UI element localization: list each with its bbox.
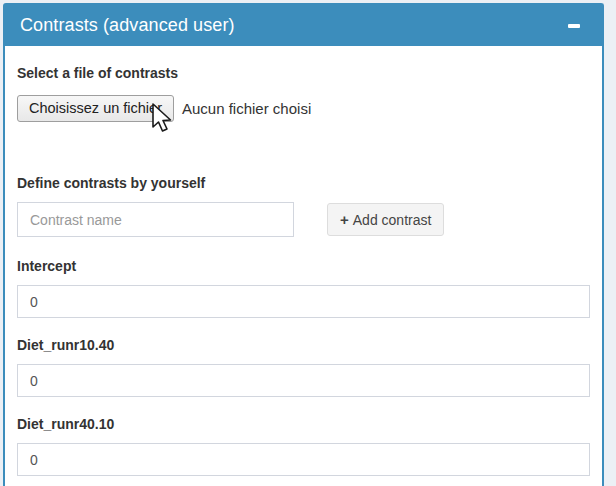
contrast-field-label: Diet_runr40.10: [17, 416, 590, 433]
contrast-field-label: Intercept: [17, 258, 590, 275]
contrast-field-label: Diet_runr10.40: [17, 337, 590, 354]
file-status-text: Aucun fichier choisi: [182, 100, 311, 117]
add-contrast-button[interactable]: + Add contrast: [327, 203, 444, 236]
define-contrasts-group: Define contrasts by yourself + Add contr…: [17, 175, 590, 237]
contrast-value-input-diet-runr10-40[interactable]: [17, 364, 590, 397]
minus-icon: [568, 24, 580, 28]
contrast-field-intercept: Intercept: [17, 258, 590, 318]
contrast-field-diet-runr40-10: Diet_runr40.10: [17, 416, 590, 476]
contrast-value-input-intercept[interactable]: [17, 285, 590, 318]
define-contrasts-row: + Add contrast: [17, 202, 590, 237]
choose-file-button[interactable]: Choisissez un fichier: [17, 95, 174, 122]
contrasts-panel: Contrasts (advanced user) Select a file …: [3, 3, 604, 486]
contrast-value-input-diet-runr40-10[interactable]: [17, 443, 590, 476]
file-input-row: Choisissez un fichier Aucun fichier choi…: [17, 95, 590, 122]
file-input-group: Select a file of contrasts Choisissez un…: [17, 65, 590, 122]
plus-icon: +: [340, 211, 349, 228]
panel-title: Contrasts (advanced user): [20, 15, 235, 36]
panel-header: Contrasts (advanced user): [5, 5, 602, 46]
contrast-name-input[interactable]: [17, 202, 294, 237]
define-contrasts-label: Define contrasts by yourself: [17, 175, 590, 192]
contrast-field-diet-runr10-40: Diet_runr10.40: [17, 337, 590, 397]
file-input-label: Select a file of contrasts: [17, 65, 590, 82]
panel-body: Select a file of contrasts Choisissez un…: [5, 46, 602, 486]
collapse-button[interactable]: [563, 22, 585, 30]
add-contrast-button-label: Add contrast: [353, 212, 432, 228]
